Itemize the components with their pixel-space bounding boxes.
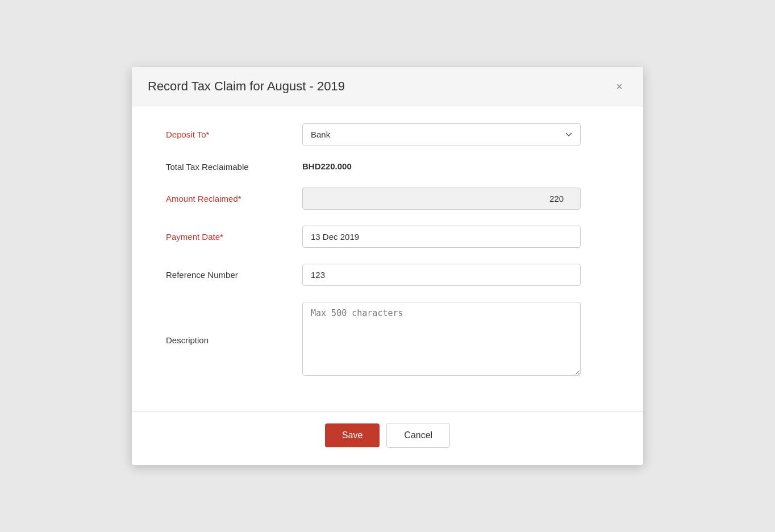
modal-header: Record Tax Claim for August - 2019 ×: [132, 67, 643, 106]
total-tax-row: Total Tax Reclaimable BHD220.000: [166, 161, 609, 172]
cancel-button[interactable]: Cancel: [386, 423, 450, 448]
save-button[interactable]: Save: [325, 423, 380, 447]
amount-reclaimed-row: Amount Reclaimed*: [166, 188, 609, 210]
deposit-to-label: Deposit To*: [166, 130, 302, 139]
reference-number-row: Reference Number: [166, 264, 609, 286]
modal-footer: Save Cancel: [132, 411, 643, 465]
amount-reclaimed-label: Amount Reclaimed*: [166, 194, 302, 203]
description-label: Description: [166, 335, 302, 345]
total-tax-wrapper: BHD220.000: [302, 161, 581, 172]
modal-dialog: Record Tax Claim for August - 2019 × Dep…: [132, 67, 643, 465]
amount-reclaimed-input[interactable]: [302, 188, 581, 210]
description-wrapper: [302, 302, 581, 378]
total-tax-label: Total Tax Reclaimable: [166, 162, 302, 172]
amount-reclaimed-wrapper: [302, 188, 581, 210]
description-textarea[interactable]: [302, 302, 581, 376]
deposit-to-row: Deposit To* Bank Cash Other: [166, 123, 609, 146]
deposit-to-select[interactable]: Bank Cash Other: [302, 123, 581, 146]
payment-date-label: Payment Date*: [166, 232, 302, 242]
payment-date-row: Payment Date*: [166, 226, 609, 248]
description-row: Description: [166, 302, 609, 378]
modal-title: Record Tax Claim for August - 2019: [148, 79, 345, 94]
reference-number-input[interactable]: [302, 264, 581, 286]
reference-number-label: Reference Number: [166, 270, 302, 280]
reference-number-wrapper: [302, 264, 581, 286]
payment-date-input[interactable]: [302, 226, 581, 248]
total-tax-value: BHD220.000: [302, 161, 352, 171]
modal-body: Deposit To* Bank Cash Other Total Tax Re…: [132, 106, 643, 405]
deposit-to-wrapper: Bank Cash Other: [302, 123, 581, 146]
close-button[interactable]: ×: [611, 78, 627, 94]
payment-date-wrapper: [302, 226, 581, 248]
